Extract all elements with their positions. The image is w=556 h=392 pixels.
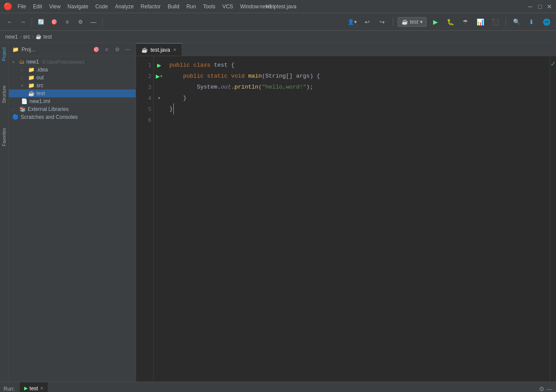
- menu-vcs[interactable]: VCS: [219, 2, 237, 11]
- menu-refactor[interactable]: Refactor: [137, 2, 164, 11]
- main-layout: Project Structure Favorites 📁 Proj... 🎯 …: [0, 43, 556, 381]
- menu-build[interactable]: Build: [164, 2, 183, 11]
- src-folder-icon: 📁: [28, 82, 35, 89]
- bottom-panel-tabs: Run: ▶ test ✕ ⚙ —: [0, 382, 556, 392]
- extra-button[interactable]: 🌐: [540, 16, 552, 28]
- editor-gutter: ▶ ▶▾ ▾: [154, 56, 164, 381]
- maximize-button[interactable]: □: [537, 4, 543, 10]
- tree-label-test: test: [36, 90, 45, 96]
- close-button[interactable]: ✕: [546, 4, 552, 10]
- panel-header: 📁 Proj... 🎯 ≡ ⚙ —: [9, 43, 136, 56]
- tree-item-ext-lib[interactable]: › 📚 External Libraries: [9, 105, 136, 113]
- tree-label-scratches: Scratches and Consoles: [21, 114, 78, 120]
- panel-settings-button[interactable]: ⚙: [113, 45, 122, 54]
- editor-content[interactable]: 1 2 3 4 5 6 ▶ ▶▾ ▾ public class test {: [136, 56, 556, 381]
- tree-item-scratches[interactable]: 🔵 Scratches and Consoles: [9, 113, 136, 121]
- gutter-item-6: [154, 114, 164, 125]
- code-editor[interactable]: public class test { public static void m…: [164, 56, 550, 381]
- profile-button[interactable]: 📊: [474, 16, 486, 28]
- panel-view-icon: 📁: [12, 46, 19, 53]
- expand-arrow: ▾: [12, 60, 18, 64]
- user-button[interactable]: 👤▾: [346, 16, 359, 28]
- menu-file[interactable]: File: [14, 2, 29, 11]
- tree-item-idea[interactable]: › 📁 .idea: [9, 66, 136, 74]
- gutter-item-1: ▶: [154, 60, 164, 71]
- project-tab-vertical[interactable]: Project: [1, 45, 7, 64]
- panel-locate-button[interactable]: 🎯: [92, 45, 100, 54]
- fold-arrow-2[interactable]: ▾: [160, 74, 162, 78]
- code-status-ok-icon: ✓: [550, 56, 556, 68]
- out-folder-icon: 📁: [28, 75, 35, 81]
- run-config-selector[interactable]: ☕ test ▾: [398, 17, 427, 27]
- editor-tabs: ☕ test.java ✕: [136, 43, 556, 56]
- redo-button[interactable]: ↪: [376, 16, 388, 28]
- run-config-name: test: [410, 19, 418, 25]
- run-button[interactable]: ▶: [429, 16, 441, 28]
- menu-code[interactable]: Code: [92, 2, 111, 11]
- tree-item-test[interactable]: ☕ test: [9, 89, 136, 97]
- tree-label-out: out: [36, 75, 44, 81]
- sync-button[interactable]: 🔄: [35, 16, 47, 28]
- editor-tab-test[interactable]: ☕ test.java ✕: [136, 43, 182, 56]
- java-file-icon: ☕: [28, 90, 35, 96]
- breadcrumb-item-src[interactable]: src: [23, 34, 30, 40]
- menu-view[interactable]: View: [46, 2, 64, 11]
- bottom-gear-button[interactable]: ⚙: [539, 385, 545, 392]
- settings-button[interactable]: ⚙: [74, 16, 86, 28]
- panel-title: Proj...: [22, 46, 35, 53]
- breadcrumb-icon-java: ☕: [36, 34, 42, 39]
- tree-item-src[interactable]: ▾ 📁 src: [9, 82, 136, 89]
- panel-collapse-all-button[interactable]: ≡: [102, 45, 111, 54]
- update-button[interactable]: ⬇: [525, 16, 538, 28]
- run-arrow-2[interactable]: ▶: [156, 73, 160, 79]
- undo-button[interactable]: ↩: [361, 16, 373, 28]
- menu-analyze[interactable]: Analyze: [111, 2, 137, 11]
- code-line-6: [164, 114, 550, 125]
- run-tab-close[interactable]: ✕: [40, 386, 43, 391]
- minimize-button[interactable]: ─: [527, 4, 533, 10]
- menu-tools[interactable]: Tools: [200, 2, 219, 11]
- project-folder-icon: 🗂: [19, 59, 25, 65]
- breadcrumb-item-project[interactable]: new1: [5, 34, 18, 40]
- code-line-3: System.out.println("hello,word!");: [164, 82, 550, 93]
- code-line-2: public static void main(String[] args) {: [164, 71, 550, 82]
- line-num-1: 1: [138, 60, 151, 71]
- debug-button[interactable]: 🐛: [444, 16, 456, 28]
- line-num-2: 2: [138, 71, 151, 82]
- bottom-minimize-button[interactable]: —: [546, 385, 552, 392]
- menu-navigate[interactable]: Navigate: [64, 2, 92, 11]
- menu-window[interactable]: Window: [237, 2, 262, 11]
- tree-item-iml[interactable]: 📄 new1.iml: [9, 97, 136, 105]
- run-arrow-1[interactable]: ▶: [157, 62, 161, 68]
- structure-tab-vertical[interactable]: Structure: [1, 83, 7, 106]
- tree-item-out[interactable]: › 📁 out: [9, 74, 136, 82]
- fold-arrow-4[interactable]: ▾: [158, 96, 160, 100]
- tree-item-new1[interactable]: ▾ 🗂 new1 E:\JavaProjects\new1: [9, 58, 136, 66]
- gutter-item-5: [154, 103, 164, 114]
- minimize-panel-button[interactable]: —: [87, 16, 100, 28]
- menu-edit[interactable]: Edit: [29, 2, 46, 11]
- favorites-tab-vertical[interactable]: Favorites: [1, 125, 7, 149]
- project-panel: 📁 Proj... 🎯 ≡ ⚙ — ▾ 🗂 new1 E:\JavaProjec…: [9, 43, 136, 381]
- tab-label-test: test.java: [151, 47, 170, 53]
- collapse-button[interactable]: ≡: [61, 16, 73, 28]
- title-bar-left: 🔴 File Edit View Navigate Code Analyze R…: [4, 2, 280, 11]
- editor-area: ☕ test.java ✕ 1 2 3 4 5 6 ▶ ▶▾ ▾: [136, 43, 556, 381]
- tree-extra-new1: E:\JavaProjects\new1: [43, 60, 85, 64]
- coverage-button[interactable]: ☂: [459, 16, 471, 28]
- search-button[interactable]: 🔍: [510, 16, 523, 28]
- locate-button[interactable]: 🎯: [48, 16, 60, 28]
- left-sidebar-tabs: Project Structure Favorites: [0, 43, 9, 381]
- code-line-4: }: [164, 93, 550, 103]
- app-icon: 🔴: [4, 2, 12, 11]
- stop-button[interactable]: ⬛: [489, 16, 501, 28]
- tab-close-button[interactable]: ✕: [173, 47, 176, 52]
- menu-run[interactable]: Run: [183, 2, 200, 11]
- line-num-4: 4: [138, 93, 151, 103]
- panel-minimize-button[interactable]: —: [123, 45, 132, 54]
- back-button[interactable]: ←: [4, 16, 16, 28]
- forward-button[interactable]: →: [17, 16, 29, 28]
- run-tab[interactable]: ▶ test ✕: [20, 382, 47, 392]
- breadcrumb-item-test[interactable]: test: [43, 34, 52, 40]
- iml-file-icon: 📄: [21, 98, 28, 104]
